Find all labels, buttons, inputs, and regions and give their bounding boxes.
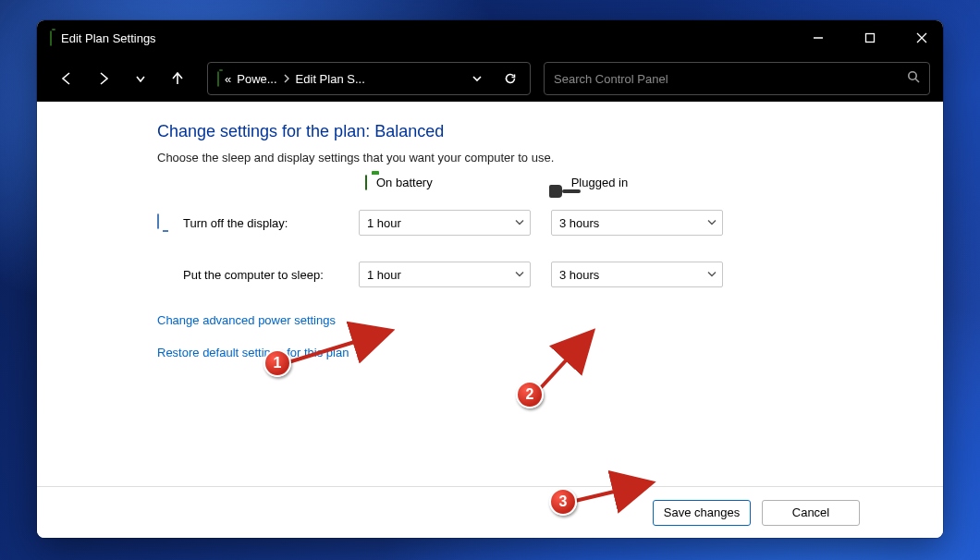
- row-put-computer-to-sleep: Put the computer to sleep: 1 hour 3 hour…: [157, 262, 915, 287]
- save-changes-button[interactable]: Save changes: [653, 500, 751, 526]
- address-icon: [217, 72, 219, 86]
- address-bar[interactable]: « Powe... Edit Plan S...: [207, 62, 531, 95]
- up-button[interactable]: [161, 62, 194, 95]
- crumb-prefix: «: [225, 72, 231, 86]
- nav-toolbar: « Powe... Edit Plan S...: [37, 55, 943, 102]
- app-icon: [50, 31, 52, 45]
- sleep-on-battery-select[interactable]: 1 hour: [359, 262, 531, 287]
- row-turn-off-display: Turn off the display: 1 hour 3 hours: [157, 210, 915, 236]
- chevron-right-icon: [283, 72, 290, 86]
- edit-plan-settings-window: Edit Plan Settings « Powe...: [37, 20, 943, 538]
- maximize-button[interactable]: [849, 20, 891, 55]
- chevron-down-icon: [515, 216, 524, 230]
- display-plugged-in-select[interactable]: 3 hours: [551, 210, 723, 236]
- moon-icon: [157, 266, 174, 283]
- display-on-battery-value: 1 hour: [367, 216, 401, 230]
- titlebar: Edit Plan Settings: [37, 20, 943, 55]
- forward-button[interactable]: [87, 62, 120, 95]
- crumb-edit-plan[interactable]: Edit Plan S...: [296, 72, 365, 86]
- page-subtext: Choose the sleep and display settings th…: [157, 151, 915, 164]
- link-restore-defaults[interactable]: Restore default settings for this plan: [157, 346, 915, 359]
- close-button[interactable]: [900, 20, 943, 55]
- save-changes-label: Save changes: [664, 505, 740, 519]
- page-heading: Change settings for the plan: Balanced: [157, 122, 915, 141]
- monitor-icon: [157, 214, 174, 231]
- row-sleep-label: Put the computer to sleep:: [183, 268, 359, 282]
- chevron-down-icon: [707, 216, 717, 230]
- display-on-battery-select[interactable]: 1 hour: [359, 210, 531, 236]
- search-box[interactable]: [544, 62, 930, 95]
- crumb-power-options[interactable]: Powe...: [237, 72, 276, 86]
- battery-icon: [365, 176, 367, 189]
- row-display-label: Turn off the display:: [183, 216, 359, 230]
- cancel-label: Cancel: [792, 505, 829, 519]
- column-on-battery: On battery: [365, 176, 433, 189]
- column-plugged-in: Plugged in: [562, 176, 628, 189]
- svg-point-1: [909, 72, 916, 79]
- chevron-down-icon: [515, 268, 524, 282]
- breadcrumb: « Powe... Edit Plan S...: [225, 72, 458, 86]
- column-on-battery-label: On battery: [376, 176, 433, 189]
- minimize-button[interactable]: [797, 20, 839, 55]
- sleep-on-battery-value: 1 hour: [367, 268, 401, 282]
- column-plugged-in-label: Plugged in: [571, 176, 628, 189]
- search-icon: [907, 70, 920, 87]
- content-pane: Change settings for the plan: Balanced C…: [37, 102, 943, 486]
- search-input[interactable]: [554, 72, 907, 86]
- footer-bar: Save changes Cancel: [37, 486, 943, 538]
- window-title: Edit Plan Settings: [61, 31, 156, 45]
- chevron-down-icon: [707, 268, 717, 282]
- refresh-button[interactable]: [496, 65, 524, 92]
- address-history-button[interactable]: [463, 65, 491, 92]
- back-button[interactable]: [50, 62, 83, 95]
- cancel-button[interactable]: Cancel: [762, 500, 860, 526]
- sleep-plugged-in-select[interactable]: 3 hours: [551, 262, 723, 287]
- sleep-plugged-in-value: 3 hours: [559, 268, 599, 282]
- display-plugged-in-value: 3 hours: [559, 216, 599, 230]
- link-advanced-power-settings[interactable]: Change advanced power settings: [157, 313, 915, 327]
- recent-dropdown-button[interactable]: [124, 62, 157, 95]
- svg-rect-0: [866, 34, 875, 43]
